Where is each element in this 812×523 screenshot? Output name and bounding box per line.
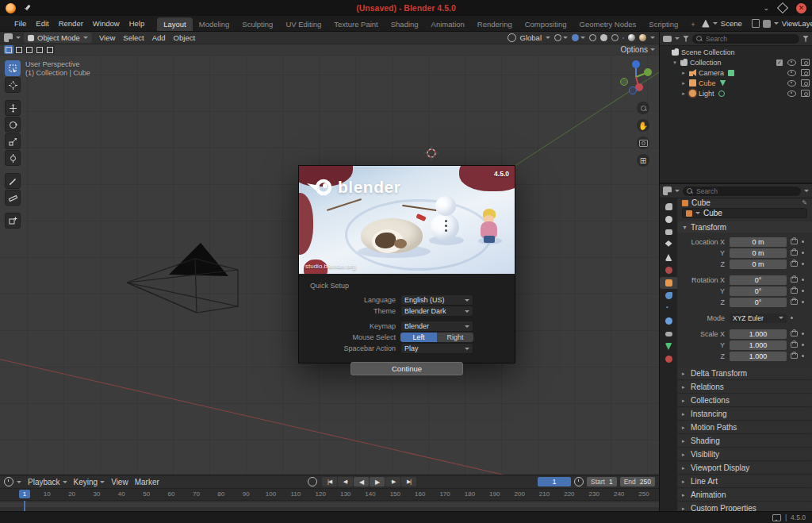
hide-in-viewport-eye-icon[interactable] xyxy=(787,90,796,97)
outliner-row-cube[interactable]: ▸Cube xyxy=(660,78,812,88)
lock-icon[interactable] xyxy=(791,288,798,294)
workspace-tab-animation[interactable]: Animation xyxy=(425,17,471,31)
workspace-tab-modeling[interactable]: Modeling xyxy=(193,17,236,31)
frame-end-field[interactable]: End250 xyxy=(620,477,655,486)
menu-help[interactable]: Help xyxy=(124,16,150,31)
viewport-menu-add[interactable]: Add xyxy=(148,33,170,42)
hide-in-viewport-eye-icon[interactable] xyxy=(787,70,796,76)
properties-tab-modifiers[interactable] xyxy=(660,290,677,302)
scale-tool[interactable] xyxy=(5,133,21,149)
view-layer-selector[interactable]: ViewLayer xyxy=(782,19,812,28)
properties-editor-caret[interactable] xyxy=(675,190,680,192)
breadcrumb-object-name[interactable]: Cube xyxy=(691,198,710,207)
current-frame-indicator[interactable] xyxy=(24,501,25,511)
lock-icon[interactable] xyxy=(791,250,798,256)
select-box-tool[interactable] xyxy=(5,60,21,76)
prev-keyframe-button[interactable]: ◀· xyxy=(338,477,353,486)
animate-dot-icon[interactable] xyxy=(802,301,804,303)
timeline-menu-playback[interactable]: Playback xyxy=(25,478,71,486)
outliner-editor-icon[interactable] xyxy=(663,36,672,42)
panel-relations[interactable]: ▸Relations xyxy=(677,381,812,394)
disable-in-renders-camera-icon[interactable] xyxy=(801,69,810,76)
menu-render[interactable]: Render xyxy=(54,16,88,31)
mouse-select-right-button[interactable]: Right xyxy=(437,333,473,342)
viewport-menu-view[interactable]: View xyxy=(95,33,119,42)
hide-in-viewport-eye-icon[interactable] xyxy=(787,60,796,66)
properties-search[interactable] xyxy=(683,187,801,196)
workspace-tab-compositing[interactable]: Compositing xyxy=(519,17,573,31)
disable-in-renders-camera-icon[interactable] xyxy=(801,79,810,87)
window-minimize-button[interactable]: ⌄ xyxy=(763,5,769,12)
hide-in-viewport-eye-icon[interactable] xyxy=(787,80,796,87)
lock-icon[interactable] xyxy=(791,299,798,305)
play-button[interactable]: ▶ xyxy=(370,477,385,486)
number-field[interactable]: 0° xyxy=(730,286,787,296)
navigation-gizmo[interactable] xyxy=(618,59,654,95)
animate-dot-icon[interactable] xyxy=(802,240,804,243)
disable-in-renders-camera-icon[interactable] xyxy=(801,59,810,66)
outliner-editor-caret[interactable] xyxy=(675,37,680,40)
number-field[interactable]: 0 m xyxy=(730,248,787,258)
properties-options-caret[interactable] xyxy=(804,190,809,192)
workspace-tab-sculpting[interactable]: Sculpting xyxy=(236,17,279,31)
select-mode-subtract-button[interactable] xyxy=(25,45,34,54)
move-tool[interactable] xyxy=(5,100,21,116)
scene-selector[interactable]: Scene xyxy=(721,19,749,28)
number-field[interactable]: 0° xyxy=(730,298,787,307)
panel-line-art[interactable]: ▸Line Art xyxy=(677,475,812,488)
timeline-menu-view[interactable]: View xyxy=(108,478,132,486)
lock-icon[interactable] xyxy=(791,239,798,244)
workspace-tab-shading[interactable]: Shading xyxy=(385,17,425,31)
workspace-tab-texture-paint[interactable]: Texture Paint xyxy=(327,17,384,31)
3d-viewport[interactable]: Options User Perspective (1) Collection … xyxy=(0,44,659,475)
timeline-ruler[interactable]: 1102030405060708090100110120130140150160… xyxy=(0,489,659,501)
outliner-row-scene-collection[interactable]: Scene Collection xyxy=(660,47,812,57)
viewport-menu-object[interactable]: Object xyxy=(170,33,199,42)
animate-dot-icon[interactable] xyxy=(802,290,804,292)
viewport-menu-select[interactable]: Select xyxy=(119,33,147,42)
current-frame-field[interactable]: 1 xyxy=(538,477,571,486)
lock-icon[interactable] xyxy=(791,353,798,359)
panel-shading[interactable]: ▸Shading xyxy=(677,435,812,448)
continue-button[interactable]: Continue xyxy=(350,362,463,375)
object-name-field[interactable]: Cube xyxy=(682,208,807,218)
theme-select[interactable]: Blender Dark xyxy=(400,306,473,317)
mouse-select-left-button[interactable]: Left xyxy=(400,333,437,342)
rotation-mode-select[interactable]: XYZ Euler xyxy=(730,313,787,323)
number-field[interactable]: 1.000 xyxy=(730,340,787,350)
menu-edit[interactable]: Edit xyxy=(31,16,53,31)
viewport-shading-material-icon[interactable] xyxy=(628,34,635,41)
window-maximize-button[interactable] xyxy=(777,2,788,13)
number-field[interactable]: 0° xyxy=(730,275,787,285)
proportional-editing-toggle[interactable] xyxy=(572,34,585,41)
outliner-row-camera[interactable]: ▸Camera xyxy=(660,67,812,78)
window-close-button[interactable]: ✕ xyxy=(796,3,806,13)
select-mode-extend-button[interactable] xyxy=(14,45,24,54)
panel-collections[interactable]: ▸Collections xyxy=(677,394,812,407)
shading-options-caret[interactable] xyxy=(650,37,655,39)
number-field[interactable]: 1.000 xyxy=(730,329,787,339)
animate-dot-icon[interactable] xyxy=(802,333,804,335)
jump-to-end-button[interactable]: ▶| xyxy=(401,477,416,486)
timeline-menu-keying[interactable]: Keying xyxy=(71,478,109,486)
properties-tab-render[interactable] xyxy=(660,213,677,225)
select-mode-intersect-button[interactable] xyxy=(45,45,55,54)
panel-motion-paths[interactable]: ▸Motion Paths xyxy=(677,421,812,434)
spacebar-action-select[interactable]: Play xyxy=(400,343,473,354)
measure-tool[interactable] xyxy=(5,190,21,206)
add-cube-tool[interactable] xyxy=(5,213,21,229)
show-gizmo-toggle[interactable] xyxy=(589,34,596,41)
gizmo-z-axis-negative[interactable] xyxy=(630,87,637,94)
animate-dot-icon[interactable] xyxy=(802,355,804,357)
workspace-tab-layout[interactable]: Layout xyxy=(157,17,193,31)
number-field[interactable]: 1.000 xyxy=(730,352,787,361)
twisty-icon[interactable]: ▸ xyxy=(680,70,687,76)
transform-panel-header[interactable]: ▼ Transform xyxy=(677,221,812,233)
animate-dot-icon[interactable] xyxy=(802,252,804,254)
perspective-toggle-icon[interactable]: ⊞ xyxy=(637,154,649,167)
properties-tab-constraints[interactable] xyxy=(660,328,677,340)
lock-icon[interactable] xyxy=(791,277,798,283)
viewport-shading-rendered-icon[interactable] xyxy=(639,34,646,41)
twisty-icon[interactable]: ▾ xyxy=(672,60,678,66)
play-reverse-button[interactable]: ◀ xyxy=(354,477,369,486)
